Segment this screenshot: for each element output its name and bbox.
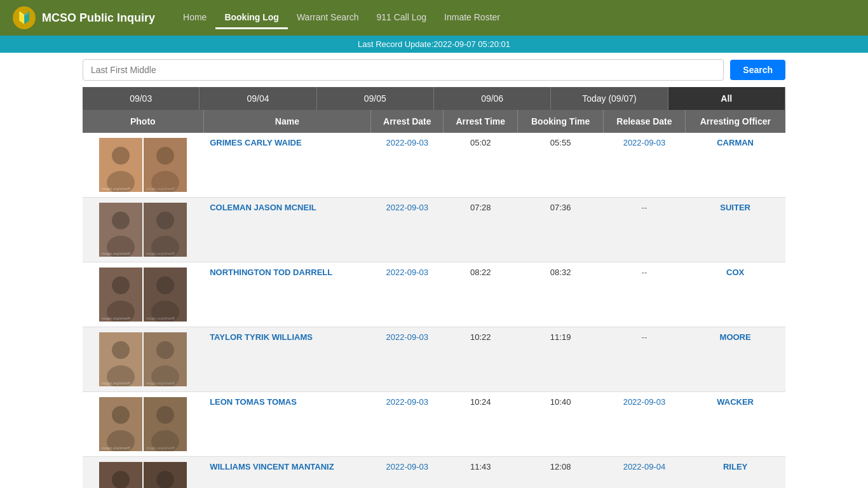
photo-cell: mcgtn.org/sheriff mcgtn.org/sheriff <box>83 198 203 262</box>
arrest-date: 2022-09-03 <box>371 262 444 327</box>
arresting-officer: SUITER <box>685 198 785 262</box>
table-row: mcgtn.org/sheriff mcgtn.org/sheriff TAYL… <box>83 327 785 392</box>
svg-point-1 <box>112 147 130 165</box>
inmate-name[interactable]: NORTHINGTON TOD DARRELL <box>210 268 332 277</box>
svg-point-13 <box>156 212 174 229</box>
search-button[interactable]: Search <box>730 60 785 80</box>
col-name: Name <box>203 110 371 133</box>
tab-0905[interactable]: 09/05 <box>317 87 434 110</box>
inmate-name[interactable]: WILLIAMS VINCENT MANTANIZ <box>210 462 334 471</box>
nav-911-call-log[interactable]: 911 Call Log <box>367 7 435 29</box>
inmate-name[interactable]: GRIMES CARLY WAIDE <box>210 138 301 147</box>
arresting-officer: MOORE <box>685 327 785 392</box>
photo-cell: mcgtn.org/sheriff mcgtn.org/sheriff <box>83 457 203 489</box>
nav-warrant-search[interactable]: Warrant Search <box>288 7 368 29</box>
booking-table: Photo Name Arrest Date Arrest Time Booki… <box>83 110 785 488</box>
arresting-officer: WACKER <box>685 392 785 457</box>
col-arrest-time: Arrest Time <box>444 110 518 133</box>
booking-time: 05:55 <box>518 133 604 198</box>
inmate-name-cell: NORTHINGTON TOD DARRELL <box>203 262 371 327</box>
svg-point-21 <box>156 276 174 294</box>
col-arrest-date: Arrest Date <box>371 110 444 133</box>
col-photo: Photo <box>83 110 203 133</box>
tab-all[interactable]: All <box>668 87 785 110</box>
release-date: -- <box>604 198 686 262</box>
arresting-officer: CARMAN <box>685 133 785 198</box>
booking-time: 07:36 <box>518 198 604 262</box>
tab-0903[interactable]: 09/03 <box>83 87 200 110</box>
main-content: 09/03 09/04 09/05 09/06 Today (09/07) Al… <box>0 87 868 488</box>
inmate-name-cell: GRIMES CARLY WAIDE <box>203 133 371 198</box>
app-brand: 🔰 MCSO Public Inquiry <box>13 6 155 29</box>
nav-home[interactable]: Home <box>174 7 215 29</box>
svg-point-37 <box>156 406 174 424</box>
svg-point-5 <box>156 147 174 165</box>
inmate-name-cell: LEON TOMAS TOMAS <box>203 392 371 457</box>
release-date: 2022-09-03 <box>604 392 686 457</box>
arrest-time: 10:24 <box>444 392 518 457</box>
photo-cell: mcgtn.org/sheriff mcgtn.org/sheriff <box>83 392 203 457</box>
inmate-name-cell: COLEMAN JASON MCNEIL <box>203 198 371 262</box>
svg-point-41 <box>112 471 130 488</box>
table-row: mcgtn.org/sheriff mcgtn.org/sheriff GRIM… <box>83 133 785 198</box>
svg-text:mcgtn.org/sheriff: mcgtn.org/sheriff <box>102 381 130 385</box>
inmate-name-cell: WILLIAMS VINCENT MANTANIZ <box>203 457 371 489</box>
col-booking-time: Booking Time <box>518 110 604 133</box>
svg-point-25 <box>112 341 130 359</box>
arrest-time: 11:43 <box>444 457 518 489</box>
svg-text:mcgtn.org/sheriff: mcgtn.org/sheriff <box>102 252 130 255</box>
arrest-date: 2022-09-03 <box>371 133 444 198</box>
arrest-time: 05:02 <box>444 133 518 198</box>
svg-text:mcgtn.org/sheriff: mcgtn.org/sheriff <box>146 187 175 191</box>
inmate-name-cell: TAYLOR TYRIK WILLIAMS <box>203 327 371 392</box>
svg-text:mcgtn.org/sheriff: mcgtn.org/sheriff <box>102 187 130 191</box>
booking-time: 12:08 <box>518 457 604 489</box>
svg-point-17 <box>112 276 130 294</box>
arrest-time: 07:28 <box>444 198 518 262</box>
inmate-name[interactable]: LEON TOMAS TOMAS <box>210 397 297 407</box>
booking-time: 08:32 <box>518 262 604 327</box>
table-row: mcgtn.org/sheriff mcgtn.org/sheriff WILL… <box>83 457 785 489</box>
app-title: MCSO Public Inquiry <box>42 11 155 25</box>
booking-time: 11:19 <box>518 327 604 392</box>
col-release-date: Release Date <box>604 110 686 133</box>
app-logo: 🔰 <box>13 6 36 29</box>
arrest-time: 08:22 <box>444 262 518 327</box>
table-row: mcgtn.org/sheriff mcgtn.org/sheriff NORT… <box>83 262 785 327</box>
arrest-date: 2022-09-03 <box>371 198 444 262</box>
release-date: 2022-09-04 <box>604 457 686 489</box>
release-date: -- <box>604 327 686 392</box>
svg-text:mcgtn.org/sheriff: mcgtn.org/sheriff <box>146 446 175 450</box>
release-date: -- <box>604 262 686 327</box>
svg-point-33 <box>112 406 130 424</box>
arresting-officer: COX <box>685 262 785 327</box>
release-date: 2022-09-03 <box>604 133 686 198</box>
photo-cell: mcgtn.org/sheriff mcgtn.org/sheriff <box>83 327 203 392</box>
arrest-time: 10:22 <box>444 327 518 392</box>
search-input[interactable] <box>83 59 724 81</box>
photo-cell: mcgtn.org/sheriff mcgtn.org/sheriff <box>83 133 203 198</box>
nav-inmate-roster[interactable]: Inmate Roster <box>435 7 509 29</box>
svg-point-29 <box>156 341 174 359</box>
table-header-row: Photo Name Arrest Date Arrest Time Booki… <box>83 110 785 133</box>
arrest-date: 2022-09-03 <box>371 457 444 489</box>
inmate-name[interactable]: COLEMAN JASON MCNEIL <box>210 203 316 212</box>
svg-text:mcgtn.org/sheriff: mcgtn.org/sheriff <box>146 316 175 320</box>
tab-today[interactable]: Today (09/07) <box>551 87 668 110</box>
navbar: 🔰 MCSO Public Inquiry Home Booking Log W… <box>0 0 868 36</box>
tab-0906[interactable]: 09/06 <box>434 87 551 110</box>
arrest-date: 2022-09-03 <box>371 392 444 457</box>
svg-point-45 <box>156 471 174 488</box>
table-row: mcgtn.org/sheriff mcgtn.org/sheriff LEON… <box>83 392 785 457</box>
col-arresting-officer: Arresting Officer <box>685 110 785 133</box>
record-update-text: Last Record Update:2022-09-07 05:20:01 <box>358 39 510 49</box>
tab-0904[interactable]: 09/04 <box>200 87 316 110</box>
nav-links: Home Booking Log Warrant Search 911 Call… <box>174 7 509 29</box>
arresting-officer: RILEY <box>685 457 785 489</box>
search-area: Search <box>0 53 868 87</box>
table-row: mcgtn.org/sheriff mcgtn.org/sheriff COLE… <box>83 198 785 262</box>
inmate-name[interactable]: TAYLOR TYRIK WILLIAMS <box>210 332 313 342</box>
record-update-banner: Last Record Update:2022-09-07 05:20:01 <box>0 36 868 53</box>
nav-booking-log[interactable]: Booking Log <box>215 7 288 29</box>
svg-point-9 <box>112 212 130 229</box>
